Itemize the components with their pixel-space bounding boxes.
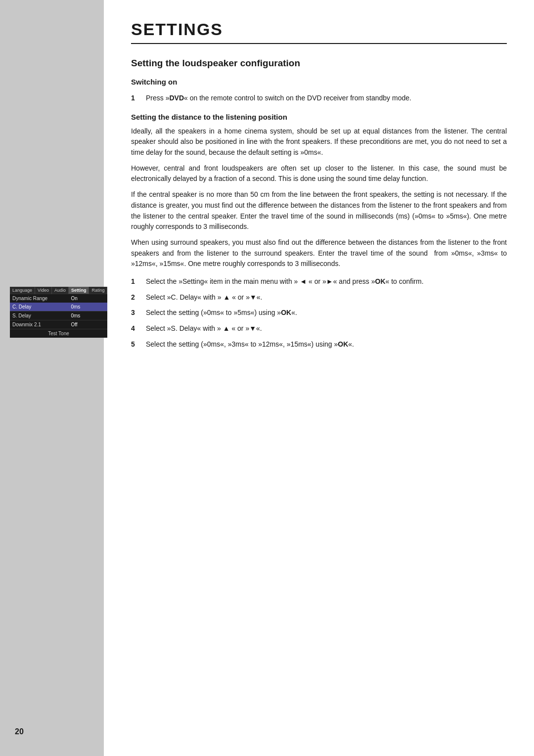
step-number-1: 1 [131,93,143,104]
body-paragraph-1: Ideally, all the speakers in a home cine… [131,126,507,158]
step-text-1: Press »DVD« on the remote control to swi… [146,93,507,104]
menu-header-audio: Audio [51,287,68,294]
step-text-main-2: Select »C. Delay« with » ▲ « or »▼«. [146,292,507,303]
step-num-2: 2 [131,292,143,303]
menu-label-test-tone: Test Tone [10,329,107,338]
menu-header-row: Language Video Audio Setting Rating [10,287,107,294]
step-num-4: 4 [131,323,143,334]
menu-label-s-delay: S. Delay [10,311,68,320]
switching-on-steps: 1 Press »DVD« on the remote control to s… [131,93,507,104]
body-paragraph-4: When using surround speakers, you must a… [131,237,507,269]
main-step-1: 1 Select the »Setting« item in the main … [131,276,507,287]
menu-label-c-delay: C. Delay [10,303,68,311]
step-num-3: 3 [131,308,143,318]
sub-heading-distance: Setting the distance to the listening po… [131,113,507,121]
step-text-main-3: Select the setting (»0ms« to »5ms«) usin… [146,308,507,318]
menu-row-test-tone: Test Tone [10,329,107,338]
body-paragraph-3: If the central speaker is no more than 5… [131,189,507,232]
main-step-5: 5 Select the setting (»0ms«, »3ms« to »1… [131,339,507,350]
step-text-main-4: Select »S. Delay« with » ▲ « or »▼«. [146,323,507,334]
menu-row-s-delay: S. Delay 0ms [10,311,107,320]
menu-value-s-delay: 0ms [68,311,107,320]
main-steps: 1 Select the »Setting« item in the main … [131,276,507,350]
sub-heading-switching-on: Switching on [131,78,507,86]
menu-value-downmix: Off [68,320,107,329]
menu-value-dynamic-range: On [68,294,107,303]
menu-header-rating: Rating [89,287,107,294]
menu-row-c-delay: C. Delay 0ms [10,303,107,311]
menu-value-c-delay: 0ms [68,303,107,311]
menu-row-dynamic-range: Dynamic Range On [10,294,107,303]
menu-header-setting: Setting [68,287,89,294]
sidebar: Language Video Audio Setting Rating Dyna… [0,0,104,756]
main-step-2: 2 Select »C. Delay« with » ▲ « or »▼«. [131,292,507,303]
page-number: 20 [15,727,24,736]
menu-header-video: Video [35,287,52,294]
step-num-5: 5 [131,339,143,350]
main-step-3: 3 Select the setting (»0ms« to »5ms«) us… [131,308,507,318]
step-text-main-5: Select the setting (»0ms«, »3ms« to »12m… [146,339,507,350]
body-paragraph-2: However, central and front loudspeakers … [131,163,507,184]
menu-header-language: Language [10,287,35,294]
menu-table: Language Video Audio Setting Rating Dyna… [10,287,107,338]
step-item: 1 Press »DVD« on the remote control to s… [131,93,507,104]
main-content: SETTINGS Setting the loudspeaker configu… [104,0,534,756]
menu-label-downmix: Downmix 2.1 [10,320,68,329]
step-text-main-1: Select the »Setting« item in the main me… [146,276,507,287]
main-step-4: 4 Select »S. Delay« with » ▲ « or »▼«. [131,323,507,334]
menu-screenshot: Language Video Audio Setting Rating Dyna… [10,287,96,338]
menu-row-downmix: Downmix 2.1 Off [10,320,107,329]
menu-label-dynamic-range: Dynamic Range [10,294,68,303]
section-heading: Setting the loudspeaker configuration [131,58,507,69]
page-title: SETTINGS [131,20,507,44]
step-num-1: 1 [131,276,143,287]
